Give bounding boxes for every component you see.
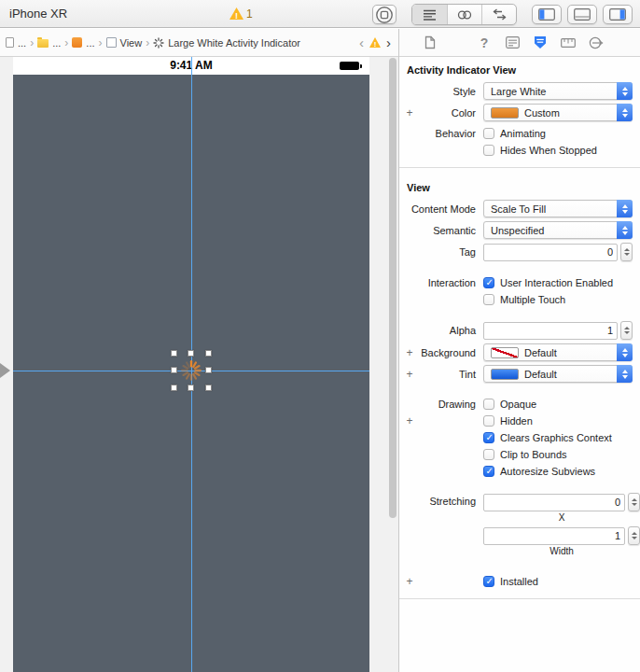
selection-handle[interactable] [188,385,194,391]
selection-handle[interactable] [171,385,177,391]
stretching-width-stepper[interactable] [628,526,640,545]
popup-arrows-icon [617,200,633,217]
alpha-field[interactable] [483,322,618,340]
popup-arrows-icon [617,82,633,100]
checkbox-autoresize-subviews[interactable]: Autoresize Subviews [483,463,633,480]
tab-file-inspector[interactable] [422,35,438,51]
checkbox[interactable] [483,128,494,139]
tab-size-inspector[interactable] [560,35,577,51]
tint-popup[interactable]: Default [483,365,633,383]
checkbox-clip-to-bounds[interactable]: Clip to Bounds [483,446,633,463]
attributes-icon [534,35,547,49]
checkbox-clears-graphics-context[interactable]: Clears Graphics Context [483,429,633,446]
version-editor-button[interactable] [481,5,516,24]
checkbox-user-interaction-enabled[interactable]: User Interaction Enabled [483,274,633,291]
background-row: + Background Default [399,342,640,363]
checkbox[interactable] [483,415,494,427]
activity-indicator-spinner[interactable] [179,358,203,383]
color-label: Color [399,107,476,119]
toolbar-right [372,4,633,25]
assistant-editor-button[interactable] [447,5,481,24]
section-title-activity-indicator: Activity Indicator View [399,57,640,80]
checkbox[interactable] [483,432,494,443]
selection-handle[interactable] [171,350,177,357]
tab-attributes-inspector[interactable] [532,35,549,51]
add-attribute-button[interactable]: + [404,415,415,427]
color-swatch-orange [491,107,519,119]
content-mode-popup[interactable]: Scale To Fill [483,200,633,217]
checkbox-opaque[interactable]: Opaque [483,396,633,413]
tag-stepper[interactable] [620,243,633,261]
selection-handle[interactable] [205,385,212,391]
view-icon [106,37,117,48]
document-icon [6,37,14,48]
back-button[interactable]: ‹ [359,35,364,49]
selection-handle[interactable] [205,367,212,373]
tint-swatch-blue [491,369,519,380]
style-popup[interactable]: Large White [483,82,633,100]
checkbox[interactable] [483,145,494,156]
interaction-group: Interaction User Interaction Enabled Mul… [399,273,640,310]
issues-badge[interactable]: ! 1 [230,7,253,21]
stretching-width-field[interactable] [483,527,625,545]
xcode-window: iPhone XR ! 1 [0,0,640,672]
stretching-group: Stretching X Y [399,491,640,562]
selection-handle[interactable] [188,350,194,357]
library-icon [375,6,394,24]
tab-quick-help-inspector[interactable]: ? [476,35,493,51]
add-attribute-button[interactable]: + [404,576,415,587]
editor-mode-segmented [411,4,517,25]
breadcrumb-collapsed-3[interactable]: ... [72,37,94,49]
tag-field[interactable] [483,244,618,261]
run-destination-label[interactable]: iPhone XR [9,7,67,21]
background-swatch-default [491,347,519,358]
checkbox[interactable] [483,399,494,410]
tab-connections-inspector[interactable] [588,35,605,51]
interface-builder-canvas[interactable]: 9:41 AM [0,57,398,672]
library-button[interactable] [372,5,397,24]
checkbox[interactable] [483,576,494,587]
tint-value: Default [524,369,632,380]
alpha-stepper[interactable] [620,321,633,340]
breadcrumb-view[interactable]: View [106,37,143,49]
semantic-label: Semantic [399,225,476,236]
style-row: Style Large White [399,80,640,102]
section-divider [399,167,640,168]
selection-handle[interactable] [205,350,212,357]
checkbox-installed[interactable]: Installed [483,573,633,590]
checkbox-multiple-touch[interactable]: Multiple Touch [483,291,633,308]
activity-indicator-selection[interactable] [174,353,209,388]
checkbox-hidden[interactable]: Hidden [483,413,633,429]
checkbox[interactable] [483,277,494,288]
selection-handle[interactable] [171,367,177,373]
checkbox-label: Multiple Touch [500,294,565,305]
inspector-toggle-button[interactable] [603,5,633,24]
breadcrumb-label: ... [18,37,26,49]
semantic-popup[interactable]: Unspecified [483,221,633,239]
content-mode-value: Scale To Fill [491,203,632,215]
breadcrumb-collapsed-2[interactable]: ... [37,37,61,49]
battery-icon [340,62,359,70]
tab-identity-inspector[interactable] [504,35,521,51]
stretching-x-stepper[interactable] [628,493,640,511]
stretching-x-field[interactable] [483,494,625,511]
checkbox[interactable] [483,466,494,477]
breadcrumb-activity-indicator[interactable]: Large White Activity Indicator [153,37,300,49]
color-popup[interactable]: Custom [483,104,633,121]
checkbox[interactable] [483,449,494,460]
navigator-toggle-button[interactable] [532,5,562,24]
background-popup[interactable]: Default [483,343,633,361]
checkbox[interactable] [483,294,494,305]
standard-editor-button[interactable] [412,5,447,24]
drawing-label: Drawing [399,399,476,410]
checkbox-hides-when-stopped[interactable]: Hides When Stopped [483,142,633,159]
forward-button[interactable]: › [386,35,391,49]
checkbox-animating[interactable]: Animating [483,125,633,142]
behavior-label: Behavior [399,128,476,139]
debug-area-toggle-button[interactable] [567,5,597,24]
warning-icon[interactable]: ! [369,37,381,48]
content-mode-label: Content Mode [399,203,476,215]
canvas-scrollbar[interactable] [389,58,397,518]
breadcrumb-collapsed-1[interactable]: ... [6,37,26,49]
semantic-row: Semantic Unspecified [399,219,640,241]
